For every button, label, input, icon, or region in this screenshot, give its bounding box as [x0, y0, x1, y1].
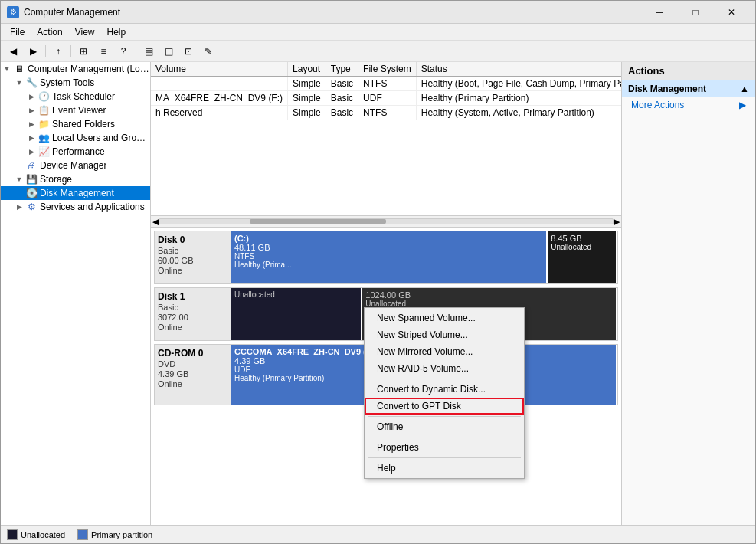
ctx-new-mirrored[interactable]: New Mirrored Volume...	[365, 343, 524, 360]
ctx-properties[interactable]: Properties	[365, 439, 524, 456]
volumes-table: Volume Layout Type File System Status Si…	[151, 62, 621, 120]
cell-type: Basic	[326, 91, 358, 106]
legend-unalloc-label: Unallocated	[21, 530, 65, 539]
shared-folders-icon: 📁	[38, 118, 50, 130]
cell-fs: NTFS	[358, 77, 417, 91]
ctx-help[interactable]: Help	[365, 460, 524, 477]
part-fs: NTFS	[234, 252, 543, 261]
computer-icon: 🖥	[13, 63, 25, 75]
cell-type: Basic	[326, 77, 358, 91]
table-area[interactable]: Volume Layout Type File System Status Si…	[151, 62, 621, 215]
part-status: Healthy (Prima...	[234, 261, 543, 269]
tree-services-apps[interactable]: ▶ ⚙ Services and Applications	[1, 200, 150, 214]
maximize-button[interactable]: □	[678, 1, 713, 24]
disk-management-icon: 💽	[25, 187, 38, 199]
cell-layout: Simple	[288, 91, 326, 106]
view1-button[interactable]: ▤	[139, 42, 158, 61]
close-button[interactable]: ✕	[714, 1, 749, 24]
part-status: Unallocated	[551, 243, 613, 251]
ctx-sep-2	[368, 416, 521, 417]
scroll-right-btn[interactable]: ▶	[614, 217, 620, 227]
scroll-track[interactable]	[159, 218, 614, 224]
tree-local-users[interactable]: ▶ 👥 Local Users and Groups	[1, 131, 150, 145]
cdrom-0-name: CD-ROM 0	[158, 348, 227, 359]
shared-folders-label: Shared Folders	[52, 119, 115, 129]
ctx-convert-dynamic[interactable]: Convert to Dynamic Disk...	[365, 381, 524, 398]
ctx-convert-gpt[interactable]: Convert to GPT Disk	[365, 398, 524, 415]
table-row[interactable]: MA_X64FRE_ZH-CN_DV9 (F:) Simple Basic UD…	[151, 91, 621, 106]
menu-file[interactable]: File	[4, 25, 31, 39]
tree-event-viewer[interactable]: ▶ 📋 Event Viewer	[1, 103, 150, 117]
scroll-left-btn[interactable]: ◀	[152, 217, 159, 227]
legend-unallocated: Unallocated	[7, 529, 65, 540]
show-hide-button[interactable]: ⊞	[74, 42, 93, 61]
ctx-new-striped[interactable]: New Striped Volume...	[365, 326, 524, 343]
minimize-button[interactable]: ─	[642, 1, 677, 24]
ctx-new-raid5[interactable]: New RAID-5 Volume...	[365, 360, 524, 377]
part-size: 48.11 GB	[234, 243, 543, 252]
view2-button[interactable]: ◫	[159, 42, 178, 61]
part-size: 8.45 GB	[551, 234, 613, 243]
shared-folders-expand-icon: ▶	[25, 120, 38, 128]
disk-0-part-0[interactable]: (C:) 48.11 GB NTFS Healthy (Prima...	[231, 231, 548, 283]
disk-0-name: Disk 0	[158, 234, 227, 245]
tree-root[interactable]: ▼ 🖥 Computer Management (Local	[1, 62, 150, 76]
tree-system-tools[interactable]: ▼ 🔧 System Tools	[1, 76, 150, 90]
tree-device-manager[interactable]: 🖨 Device Manager	[1, 159, 150, 172]
export-button[interactable]: ✎	[199, 42, 218, 61]
ctx-offline[interactable]: Offline	[365, 418, 524, 435]
properties-button[interactable]: ≡	[94, 42, 113, 61]
tree-storage[interactable]: ▼ 💾 Storage	[1, 172, 150, 186]
ctx-sep-3	[368, 437, 521, 437]
cdrom-0-status: Online	[158, 379, 227, 388]
actions-disk-management-section[interactable]: Disk Management ▲	[622, 80, 755, 97]
table-row[interactable]: h Reserved Simple Basic NTFS Healthy (Sy…	[151, 106, 621, 120]
task-scheduler-label: Task Scheduler	[52, 91, 115, 102]
up-button[interactable]: ↑	[49, 42, 67, 61]
ctx-new-spanned[interactable]: New Spanned Volume...	[365, 310, 524, 326]
disk-1-part-0[interactable]: Unallocated	[231, 288, 362, 340]
help-toolbar-button[interactable]: ?	[114, 42, 133, 61]
services-expand-icon: ▶	[13, 203, 25, 211]
disk-management-label: Disk Management	[40, 188, 114, 198]
disk-0-partitions: (C:) 48.11 GB NTFS Healthy (Prima... 8.4…	[231, 231, 617, 283]
disk-0-size: 60.00 GB	[158, 256, 227, 265]
back-button[interactable]: ◀	[4, 42, 22, 61]
cell-volume: h Reserved	[151, 106, 288, 120]
window-controls: ─ □ ✕	[642, 1, 749, 24]
horizontal-scrollbar[interactable]: ◀ ▶	[151, 215, 621, 228]
disk-0-part-1[interactable]: 8.45 GB Unallocated	[548, 231, 617, 283]
system-tools-label: System Tools	[40, 77, 94, 88]
task-scheduler-icon: 🕐	[38, 90, 50, 103]
col-type: Type	[326, 62, 358, 77]
storage-expand-icon: ▼	[13, 175, 25, 183]
window-title: Computer Management	[24, 7, 642, 18]
task-scheduler-expand-icon: ▶	[25, 93, 38, 100]
col-volume: Volume	[151, 62, 288, 77]
tree-disk-management[interactable]: 💽 Disk Management	[1, 186, 150, 200]
actions-more-actions[interactable]: More Actions ▶	[622, 97, 755, 113]
forward-button[interactable]: ▶	[24, 42, 42, 61]
local-users-expand-icon: ▶	[25, 134, 38, 142]
main-content: ▼ 🖥 Computer Management (Local ▼ 🔧 Syste…	[1, 62, 755, 525]
local-users-label: Local Users and Groups	[52, 133, 150, 143]
menu-view[interactable]: View	[69, 25, 101, 39]
local-users-icon: 👥	[38, 132, 50, 144]
toolbar-sep-3	[136, 45, 136, 57]
scroll-thumb[interactable]	[250, 219, 386, 224]
tree-task-scheduler[interactable]: ▶ 🕐 Task Scheduler	[1, 90, 150, 103]
menu-bar: File Action View Help	[1, 24, 755, 41]
storage-label: Storage	[40, 174, 72, 185]
view3-button[interactable]: ⊡	[179, 42, 198, 61]
tree-performance[interactable]: ▶ 📈 Performance	[1, 145, 150, 159]
performance-icon: 📈	[38, 146, 50, 158]
disk-1-status: Online	[158, 323, 227, 332]
menu-help[interactable]: Help	[101, 25, 133, 39]
ctx-sep-4	[368, 457, 521, 458]
disk-0-info: Disk 0 Basic 60.00 GB Online	[155, 231, 231, 283]
table-row[interactable]: Simple Basic NTFS Healthy (Boot, Page Fi…	[151, 77, 621, 91]
actions-pane: Actions Disk Management ▲ More Actions ▶	[621, 62, 755, 525]
menu-action[interactable]: Action	[31, 25, 68, 39]
performance-expand-icon: ▶	[25, 148, 38, 156]
tree-shared-folders[interactable]: ▶ 📁 Shared Folders	[1, 117, 150, 131]
